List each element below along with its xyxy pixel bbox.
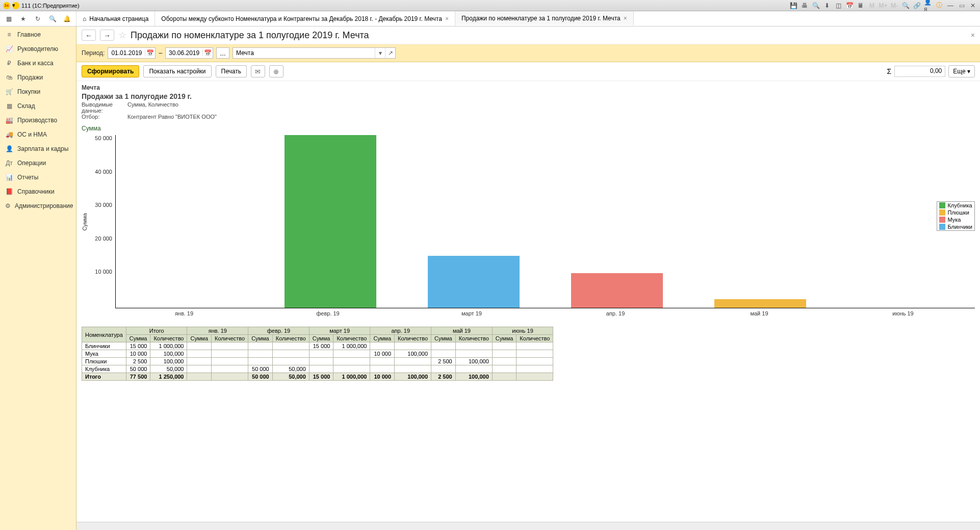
- calendar-icon[interactable]: 📅: [145, 49, 155, 57]
- sidebar-item-3[interactable]: 🛍Продажи: [0, 70, 76, 85]
- calendar-icon[interactable]: 📅: [845, 2, 854, 10]
- minimize-icon[interactable]: —: [946, 2, 955, 10]
- compare-icon[interactable]: ◫: [834, 2, 842, 10]
- legend-item: Блинчики: [937, 223, 974, 230]
- date-to-field[interactable]: [166, 49, 202, 57]
- sidebar-item-0[interactable]: ≡Главное: [0, 28, 76, 42]
- plot-area: [115, 135, 975, 308]
- sidebar-icon: 🛍: [5, 73, 13, 82]
- period-label: Период:: [82, 49, 105, 57]
- forward-button[interactable]: →: [100, 30, 114, 41]
- star-icon[interactable]: ☆: [118, 30, 126, 41]
- bell-icon[interactable]: 🔔: [62, 14, 72, 24]
- bar-Клубника-февр. 19: [285, 135, 376, 308]
- x-axis: янв. 19февр. 19март 19апр. 19май 19июнь …: [112, 308, 975, 316]
- app-icon: 1c: [3, 2, 10, 9]
- sidebar-item-10[interactable]: 📊Отчеты: [0, 170, 76, 184]
- preview-icon[interactable]: 🔍: [812, 2, 820, 10]
- sidebar-icon: 👤: [5, 145, 13, 153]
- sidebar-item-9[interactable]: ДтОперации: [0, 156, 76, 170]
- sidebar-icon: 🚚: [5, 130, 13, 139]
- sidebar-item-6[interactable]: 🏭Производство: [0, 113, 76, 127]
- date-from-field[interactable]: [108, 49, 145, 57]
- more-button[interactable]: Еще ▾: [948, 65, 975, 77]
- tab-report2[interactable]: Продажи по номенклатуре за 1 полугодие 2…: [455, 11, 634, 26]
- org-field[interactable]: [233, 48, 375, 58]
- sidebar-item-label: Банк и касса: [17, 60, 54, 67]
- sidebar-item-8[interactable]: 👤Зарплата и кадры: [0, 142, 76, 156]
- top-toolbar: ▦ ★ ↻ 🔍 🔔 ⌂ Начальная страница Обороты м…: [0, 11, 980, 26]
- favorite-icon[interactable]: ★: [19, 14, 29, 24]
- sidebar-item-5[interactable]: ▦Склад: [0, 99, 76, 113]
- date-to-input[interactable]: 📅: [165, 47, 213, 59]
- dropdown-icon[interactable]: ▾: [375, 48, 385, 58]
- history-icon[interactable]: ↻: [33, 14, 43, 24]
- search-global-icon[interactable]: 🔍: [48, 14, 58, 24]
- sum-sign: Σ: [887, 67, 892, 75]
- search-icon[interactable]: 🔍: [901, 2, 910, 10]
- y-axis-label: Сумма: [82, 213, 88, 231]
- calendar-icon[interactable]: 📅: [202, 49, 213, 57]
- legend-swatch: [939, 209, 945, 216]
- report-org: Мечта: [82, 84, 975, 91]
- back-button[interactable]: ←: [82, 30, 96, 41]
- legend-item: Клубника: [937, 202, 974, 209]
- dropdown-icon[interactable]: ▾: [12, 2, 19, 9]
- settings-button[interactable]: Показать настройки: [143, 65, 211, 77]
- action-bar: Сформировать Показать настройки Печать ✉…: [76, 62, 980, 81]
- export-button[interactable]: ⊕: [269, 65, 283, 77]
- sidebar-icon: 📊: [5, 173, 13, 181]
- save-icon[interactable]: 💾: [789, 2, 797, 10]
- tab-report1[interactable]: Обороты между субконто Номенклатура и Ко…: [155, 11, 455, 26]
- titlebar: 1c ▾ 111 (1С:Предприятие) 💾 🖶 🔍 ⬇ ◫ 📅 🖩 …: [0, 0, 980, 11]
- sidebar-icon: ₽: [5, 59, 13, 67]
- sidebar-item-12[interactable]: ⚙Администрирование: [0, 199, 76, 213]
- apps-icon[interactable]: ▦: [4, 14, 14, 24]
- data-table: НоменклатураИтогоянв. 19февр. 19март 19а…: [82, 327, 553, 381]
- output-value: Сумма, Количество: [127, 101, 178, 114]
- page-title: Продажи по номенклатуре за 1 полугодие 2…: [131, 30, 369, 41]
- sidebar-item-7[interactable]: 🚚ОС и НМА: [0, 127, 76, 142]
- open-icon[interactable]: ↗: [385, 48, 395, 58]
- m-minus-icon[interactable]: M-: [890, 2, 898, 10]
- sidebar-icon: ≡: [5, 31, 13, 39]
- download-icon[interactable]: ⬇: [823, 2, 831, 10]
- sidebar-item-11[interactable]: 📕Справочники: [0, 184, 76, 199]
- sidebar-item-label: Администрирование: [15, 202, 73, 209]
- email-button[interactable]: ✉: [251, 65, 265, 77]
- horizontal-scrollbar[interactable]: [76, 522, 980, 530]
- report-title: Продажи за 1 полугодие 2019 г.: [82, 92, 975, 100]
- maximize-icon[interactable]: ▭: [958, 2, 966, 10]
- legend-swatch: [939, 202, 945, 208]
- sidebar-item-2[interactable]: ₽Банк и касса: [0, 56, 76, 70]
- legend-swatch: [939, 217, 945, 223]
- close-icon[interactable]: ×: [624, 15, 627, 22]
- print-button[interactable]: Печать: [216, 65, 247, 77]
- dash: –: [159, 49, 162, 57]
- filter-label: Отбор:: [82, 114, 123, 120]
- generate-button[interactable]: Сформировать: [82, 65, 139, 77]
- link-icon[interactable]: 🔗: [913, 2, 921, 10]
- m-icon[interactable]: M: [868, 2, 876, 10]
- close-page-icon[interactable]: ×: [971, 31, 975, 39]
- print-icon[interactable]: 🖶: [801, 2, 809, 10]
- org-selector[interactable]: ▾ ↗: [233, 47, 396, 59]
- tab-home[interactable]: ⌂ Начальная страница: [76, 11, 155, 26]
- sidebar-item-label: Справочники: [17, 188, 55, 195]
- legend-label: Блинчики: [947, 224, 972, 230]
- sidebar-item-label: Отчеты: [17, 174, 38, 181]
- sidebar-item-1[interactable]: 📈Руководителю: [0, 42, 76, 56]
- sidebar-item-label: Склад: [17, 102, 35, 110]
- sidebar-item-4[interactable]: 🛒Покупки: [0, 85, 76, 99]
- bar-Плюшки-май 19: [714, 299, 806, 308]
- info-icon[interactable]: ⓘ: [935, 2, 943, 10]
- chart-title: Сумма: [82, 125, 975, 132]
- chart-legend: КлубникаПлюшкиМукаБлинчики: [937, 201, 975, 231]
- close-window-icon[interactable]: ✕: [969, 2, 977, 10]
- calc-icon[interactable]: 🖩: [857, 2, 865, 10]
- period-picker-button[interactable]: ...: [216, 47, 229, 59]
- user-icon[interactable]: 👤я: [924, 2, 932, 10]
- m-plus-icon[interactable]: M+: [879, 2, 887, 10]
- close-icon[interactable]: ×: [445, 15, 449, 22]
- date-from-input[interactable]: 📅: [108, 47, 156, 59]
